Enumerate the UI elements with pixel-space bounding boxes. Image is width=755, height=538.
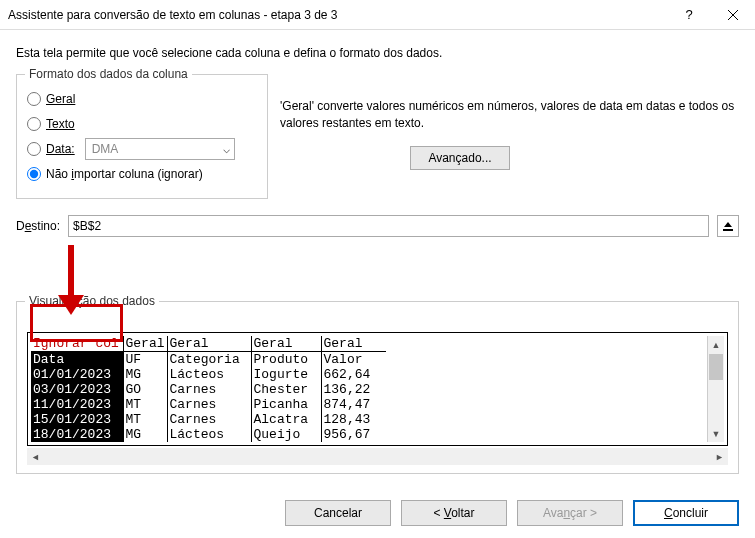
radio-skip[interactable] [27, 167, 41, 181]
table-cell: MG [123, 427, 167, 442]
preview-col-header[interactable]: Ignorar col [31, 336, 123, 352]
collapse-icon [722, 220, 734, 232]
preview-table[interactable]: Ignorar col Geral Geral Geral Geral Data… [31, 336, 386, 442]
table-row: 18/01/2023MGLácteosQueijo956,67 [31, 427, 386, 442]
close-button[interactable] [711, 0, 755, 30]
table-cell: 01/01/2023 [31, 367, 123, 382]
chevron-down-icon: ⌵ [223, 142, 230, 156]
scroll-up-icon[interactable]: ▲ [708, 336, 725, 353]
table-cell: Carnes [167, 397, 251, 412]
table-cell: Data [31, 352, 123, 368]
format-description-area: 'Geral' converte valores numéricos em nú… [280, 74, 739, 170]
table-cell: 11/01/2023 [31, 397, 123, 412]
radio-date-label[interactable]: Data: [46, 142, 75, 156]
table-cell: MG [123, 367, 167, 382]
table-cell: MT [123, 397, 167, 412]
table-cell: Lácteos [167, 367, 251, 382]
table-cell: 874,47 [321, 397, 386, 412]
table-cell: Produto [251, 352, 321, 368]
table-cell: 18/01/2023 [31, 427, 123, 442]
radio-skip-text: Não importar coluna (ignorar) [46, 167, 203, 181]
annotation-overlay [16, 245, 739, 301]
table-row: 15/01/2023MTCarnesAlcatra128,43 [31, 412, 386, 427]
table-cell: Alcatra [251, 412, 321, 427]
table-cell: Carnes [167, 412, 251, 427]
next-button: Avançar > [517, 500, 623, 526]
cancel-button[interactable]: Cancelar [285, 500, 391, 526]
window-title: Assistente para conversão de texto em co… [8, 8, 667, 22]
close-icon [728, 10, 738, 20]
table-cell: Picanha [251, 397, 321, 412]
radio-text[interactable] [27, 117, 41, 131]
table-cell: MT [123, 412, 167, 427]
table-row: 01/01/2023MGLácteosIogurte662,64 [31, 367, 386, 382]
table-row: DataUFCategoriaProdutoValor [31, 352, 386, 368]
table-cell: Lácteos [167, 427, 251, 442]
table-cell: 03/01/2023 [31, 382, 123, 397]
titlebar: Assistente para conversão de texto em co… [0, 0, 755, 30]
destination-input[interactable] [68, 215, 709, 237]
radio-date[interactable] [27, 142, 41, 156]
date-format-select[interactable]: DMA ⌵ [85, 138, 235, 160]
advanced-button[interactable]: Avançado... [410, 146, 510, 170]
table-cell: Valor [321, 352, 386, 368]
table-cell: Carnes [167, 382, 251, 397]
preview-vscrollbar[interactable]: ▲ ▼ [707, 336, 724, 442]
svg-rect-2 [723, 229, 733, 231]
preview-col-header[interactable]: Geral [167, 336, 251, 352]
collapse-dialog-button[interactable] [717, 215, 739, 237]
preview-col-header[interactable]: Geral [321, 336, 386, 352]
help-icon: ? [685, 7, 692, 22]
preview-col-header[interactable]: Geral [123, 336, 167, 352]
table-row: 11/01/2023MTCarnesPicanha874,47 [31, 397, 386, 412]
wizard-button-row: Cancelar < Voltar Avançar > Concluir [0, 484, 755, 536]
column-format-legend: Formato dos dados da coluna [25, 67, 192, 81]
table-cell: Iogurte [251, 367, 321, 382]
table-cell: 15/01/2023 [31, 412, 123, 427]
preview-legend: Visualização dos dados [25, 294, 159, 308]
intro-text: Esta tela permite que você selecione cad… [16, 46, 739, 60]
table-cell: Queijo [251, 427, 321, 442]
table-cell: 956,67 [321, 427, 386, 442]
table-row: 03/01/2023GOCarnesChester136,22 [31, 382, 386, 397]
preview-col-header[interactable]: Geral [251, 336, 321, 352]
date-format-value: DMA [92, 142, 119, 156]
table-cell: Categoria [167, 352, 251, 368]
column-format-group: Formato dos dados da coluna Geral Texto … [16, 74, 268, 199]
scroll-thumb[interactable] [709, 354, 723, 380]
radio-text-label[interactable]: Texto [46, 117, 75, 131]
scroll-down-icon[interactable]: ▼ [708, 425, 725, 442]
table-cell: Chester [251, 382, 321, 397]
table-cell: 136,22 [321, 382, 386, 397]
preview-hscrollbar[interactable]: ◄ ► [27, 448, 728, 465]
scroll-right-icon[interactable]: ► [711, 448, 728, 465]
destination-label: Destino: [16, 219, 60, 233]
radio-skip-label[interactable]: Não importar coluna (ignorar) [46, 167, 203, 181]
table-cell: UF [123, 352, 167, 368]
table-cell: 128,43 [321, 412, 386, 427]
radio-general-label[interactable]: Geral [46, 92, 75, 106]
help-button[interactable]: ? [667, 0, 711, 30]
scroll-left-icon[interactable]: ◄ [27, 448, 44, 465]
preview-group: Visualização dos dados Ignorar col Geral… [16, 301, 739, 474]
table-cell: 662,64 [321, 367, 386, 382]
table-cell: GO [123, 382, 167, 397]
back-button[interactable]: < Voltar [401, 500, 507, 526]
finish-button[interactable]: Concluir [633, 500, 739, 526]
format-description: 'Geral' converte valores numéricos em nú… [280, 98, 739, 132]
radio-general[interactable] [27, 92, 41, 106]
